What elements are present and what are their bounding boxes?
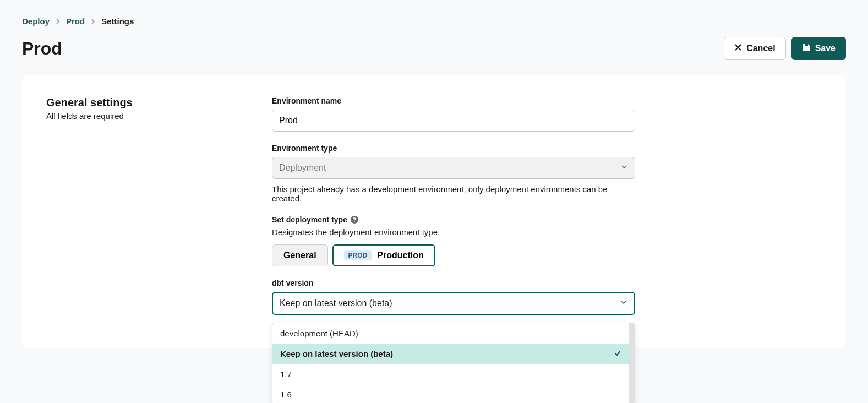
header-actions: Cancel Save (724, 37, 846, 60)
save-button-label: Save (815, 43, 836, 53)
section-title: General settings (46, 96, 255, 109)
deployment-type-toggle: General PROD Production (272, 244, 635, 266)
page-title: Prod (22, 39, 62, 59)
dropdown-option-label: development (HEAD) (280, 329, 358, 338)
chevron-right-icon (90, 17, 96, 26)
dropdown-option-label: 1.7 (280, 369, 292, 379)
dbt-version-option[interactable]: Keep on latest version (beta) (272, 344, 629, 364)
deployment-type-general-label: General (283, 250, 316, 260)
dbt-version-option[interactable]: development (HEAD) (272, 323, 629, 344)
section-header: General settings All fields are required (46, 96, 255, 327)
deployment-type-desc: Designates the deployment environment ty… (272, 227, 635, 237)
close-icon (734, 43, 742, 53)
deployment-type-field: Set deployment type ? Designates the dep… (272, 215, 635, 266)
check-icon (614, 349, 621, 358)
deployment-type-general-button[interactable]: General (272, 244, 328, 266)
dbt-version-option[interactable]: 1.7 (272, 364, 629, 384)
dbt-version-label: dbt version (272, 279, 635, 287)
breadcrumb: Deploy Prod Settings (0, 0, 868, 26)
dbt-version-field: dbt version Keep on latest version (beta… (272, 279, 635, 315)
info-icon[interactable]: ? (351, 216, 358, 224)
prod-badge: PROD (344, 250, 372, 260)
breadcrumb-current: Settings (101, 17, 134, 26)
environment-name-field: Environment name (272, 96, 635, 132)
save-button[interactable]: Save (791, 37, 846, 60)
dbt-version-select[interactable]: Keep on latest version (beta) (272, 292, 635, 315)
settings-card: General settings All fields are required… (22, 75, 846, 348)
chevron-down-icon (620, 163, 628, 173)
deployment-type-production-button[interactable]: PROD Production (332, 244, 435, 266)
form-area: Environment name Environment type Deploy… (272, 96, 635, 327)
dropdown-option-label: 1.6 (280, 390, 292, 399)
dbt-version-value: Keep on latest version (beta) (280, 298, 392, 308)
dbt-version-option[interactable]: 1.6 (272, 384, 629, 403)
page-header: Prod Cancel Save (0, 26, 868, 60)
environment-type-value: Deployment (279, 163, 326, 173)
dbt-version-dropdown: development (HEAD) Keep on latest versio… (272, 323, 635, 403)
cancel-button-label: Cancel (746, 43, 775, 53)
breadcrumb-link-deploy[interactable]: Deploy (22, 17, 50, 26)
section-subtitle: All fields are required (46, 111, 255, 121)
cancel-button[interactable]: Cancel (724, 37, 785, 60)
environment-type-label: Environment type (272, 144, 635, 153)
environment-name-input[interactable] (272, 110, 635, 132)
environment-type-help: This project already has a development e… (272, 184, 635, 203)
deployment-type-label: Set deployment type (272, 215, 347, 224)
dropdown-option-label: Keep on latest version (beta) (280, 349, 393, 358)
environment-name-label: Environment name (272, 96, 635, 105)
save-icon (802, 43, 811, 54)
chevron-right-icon (55, 17, 61, 26)
environment-type-field: Environment type Deployment This project… (272, 144, 635, 203)
deployment-type-production-label: Production (377, 250, 423, 260)
environment-type-select[interactable]: Deployment (272, 157, 635, 179)
breadcrumb-link-prod[interactable]: Prod (66, 17, 85, 26)
chevron-down-icon (620, 298, 627, 308)
